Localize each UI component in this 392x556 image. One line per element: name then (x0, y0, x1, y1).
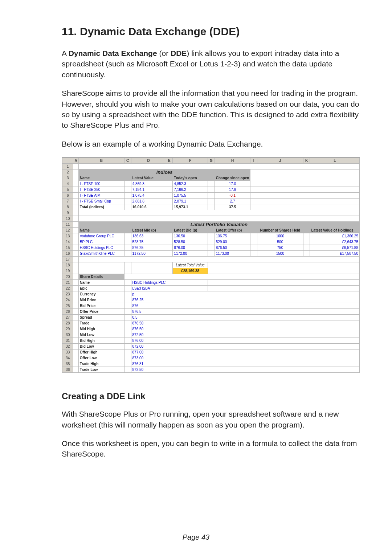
document-page: 11. Dynamic Data Exchange (DDE) A Dynami… (0, 0, 392, 556)
portfolio-title: Latest Portfolio Valuation (78, 222, 359, 228)
col-G: G (208, 158, 215, 164)
latest-total-row: 18Latest Total Value (62, 262, 360, 268)
indices-row: 4I - FTSE 1004,869.34,852.317.0 (62, 181, 360, 187)
col-H: H (215, 158, 250, 164)
col-todays-open: Today's open (173, 175, 208, 181)
share-detail-row: 27Spread0.5 (62, 315, 360, 320)
col-latest-value: Latest Value (131, 175, 166, 181)
share-detail-row: 29Mid High876.50 (62, 326, 360, 332)
col-change: Change since open (215, 175, 250, 181)
indices-total-row: 8Total (Indices)16,010.615,973.137.5 (62, 204, 360, 210)
share-detail-row: 33Offer High877.00 (62, 349, 360, 355)
col-D: D (131, 158, 166, 164)
share-detail-row: 24Mid Price876.25 (62, 297, 360, 303)
page-number: Page 43 (0, 533, 392, 541)
share-detail-row: 22EpicLSE:HSBA (62, 286, 360, 291)
latest-total-value: £28,169.38 (173, 268, 208, 274)
share-detail-row: 31Bid High876.00 (62, 338, 360, 344)
col-I: I (250, 158, 257, 164)
share-detail-row: 32Bid Low872.00 (62, 344, 360, 349)
portfolio-header-row: 12 Name Latest Mid (p) Latest Bid (p) La… (62, 228, 360, 233)
share-detail-row: 35Trade High876.81 (62, 361, 360, 367)
col-B: B (78, 158, 124, 164)
indices-row: 6I - FTSE AIM1,075.41,075.5-0.1 (62, 193, 360, 199)
col-C: C (124, 158, 131, 164)
portfolio-row: 13Vodafone Group PLC136.63136.50136.7510… (62, 233, 360, 239)
paragraph-4: With ShareScope Plus or Pro running, ope… (62, 409, 359, 430)
share-detail-row: 28Trade876.50 (62, 320, 360, 326)
col-E: E (166, 158, 173, 164)
corner-cell (62, 158, 73, 164)
col-A: A (73, 158, 78, 164)
text: A (62, 49, 69, 57)
col-J: J (257, 158, 303, 164)
bold-text: Dynamic Data Exchange (69, 49, 157, 57)
page-title: 11. Dynamic Data Exchange (DDE) (62, 25, 359, 38)
text: (or (157, 49, 171, 57)
bold-text: DDE (171, 49, 187, 57)
share-detail-row: 36Trade Low872.50 (62, 367, 360, 373)
indices-header-row: 3 Name Latest Value Today's open Change … (62, 175, 360, 181)
indices-title: Indices (78, 169, 250, 175)
share-detail-row: 34Offer Low873.00 (62, 355, 360, 361)
indices-row: 5I - FTSE 2507,184.17,166.217.9 (62, 187, 360, 193)
share-detail-row: 23Currencyp (62, 291, 360, 297)
share-detail-row: 21NameHSBC Holdings PLC (62, 280, 360, 286)
col-name: Name (78, 175, 124, 181)
paragraph-2: ShareScope aims to provide all the infor… (62, 88, 359, 131)
share-detail-row: 30Mid Low872.50 (62, 332, 360, 338)
col-L: L (310, 158, 360, 164)
paragraph-1: A Dynamic Data Exchange (or DDE) link al… (62, 48, 359, 80)
column-header-row: A B C D E F G H I J K L (62, 158, 360, 164)
share-detail-row: 26Offer Price876.5 (62, 309, 360, 315)
share-detail-row: 25Bid Price876 (62, 303, 360, 309)
portfolio-row: 14BP PLC528.75528.50529.00500£2,643.75 (62, 239, 360, 245)
indices-row: 7I - FTSE Small Cap2,881.82,879.12.7 (62, 199, 360, 204)
portfolio-row: 15HSBC Holdings PLC876.25876.00876.50750… (62, 245, 360, 251)
share-details-title: Share Details (78, 274, 124, 280)
spreadsheet-example: A B C D E F G H I J K L 1 2Indices 3 Nam… (62, 157, 360, 373)
section-title: Creating a DDE Link (62, 391, 359, 401)
col-K: K (303, 158, 310, 164)
col-F: F (173, 158, 208, 164)
portfolio-row: 16GlaxoSmithKline PLC1172.501172.001173.… (62, 251, 360, 257)
paragraph-3: Below is an example of a working Dynamic… (62, 139, 359, 149)
paragraph-5: Once this worksheet is open, you can beg… (62, 438, 359, 459)
